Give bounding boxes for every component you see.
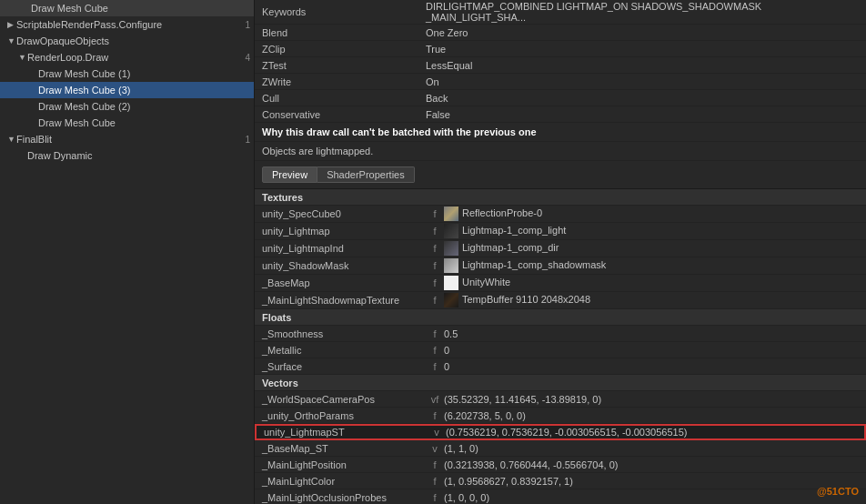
texture-row-unity-speccube0: unity_SpecCube0fReflectionProbe-0 (255, 206, 866, 223)
prop-key: _MainLightOcclusionProbes (262, 492, 426, 503)
tree-item-label: FinalBlit (16, 134, 241, 145)
prop-value: (6.202738, 5, 0, 0) (444, 410, 859, 421)
tree-item-draw-opaque-objects[interactable]: ▼DrawOpaqueObjects (0, 33, 254, 49)
prop-type: vf (426, 394, 444, 405)
prop-row-keywords: KeywordsDIRLIGHTMAP_COMBINED LIGHTMAP_ON… (255, 0, 866, 25)
prop-key: unity_LightmapST (264, 427, 428, 438)
section-floats: Floats (255, 309, 866, 326)
prop-type: f (426, 295, 444, 306)
warning-text: Why this draw call can't be batched with… (262, 126, 537, 137)
prop-type: f (426, 492, 444, 503)
texture-name: Lightmap-1_comp_light (462, 225, 566, 236)
prop-key: _MainLightShadowmapTexture (262, 295, 426, 306)
prop-value: (1, 0, 0, 0) (444, 492, 859, 503)
prop-value: 0.5 (444, 328, 859, 339)
vector-row--worldspacecamerapos: _WorldSpaceCameraPosvf(35.52329, 11.4164… (255, 391, 866, 408)
vector-row--mainlightocclusionprobes: _MainLightOcclusionProbesf(1, 0, 0, 0) (255, 489, 866, 504)
tree-item-draw-dynamic[interactable]: Draw Dynamic (0, 147, 254, 164)
prop-key: _Smoothness (262, 328, 426, 339)
prop-type: f (426, 361, 444, 372)
prop-value: (0.3213938, 0.7660444, -0.5566704, 0) (444, 459, 859, 470)
prop-key: _unity_OrthoParams (262, 410, 426, 421)
prop-key: _BaseMap_ST (262, 443, 426, 454)
tree-item-final-blit[interactable]: ▼FinalBlit1 (0, 131, 254, 147)
tree-arrow: ▼ (18, 53, 27, 62)
texture-name: Lightmap-1_comp_dir (462, 242, 559, 253)
prop-key: ZClip (262, 44, 426, 55)
prop-value: 0 (444, 361, 859, 372)
tree-item-count: 1 (245, 20, 250, 30)
prop-type: f (426, 345, 444, 356)
prop-row-conservative: ConservativeFalse (255, 106, 866, 123)
prop-row-ztest: ZTestLessEqual (255, 57, 866, 74)
tree-item-draw-mesh-cube-1[interactable]: Draw Mesh Cube (0, 0, 254, 16)
tree-item-render-loop-draw[interactable]: ▼RenderLoop.Draw4 (0, 49, 254, 66)
prop-type: f (426, 410, 444, 421)
prop-value: Lightmap-1_comp_light (444, 224, 859, 238)
texture-thumb (444, 258, 458, 273)
tree-item-draw-mesh-cube-2[interactable]: Draw Mesh Cube (2) (0, 98, 254, 115)
texture-row-unity-lightmap: unity_LightmapfLightmap-1_comp_light (255, 223, 866, 240)
vector-row--mainlightcolor: _MainLightColorf(1, 0.9568627, 0.8392157… (255, 473, 866, 489)
tab-shader-properties[interactable]: ShaderProperties (317, 166, 415, 183)
prop-value: True (426, 44, 859, 55)
prop-value: (35.52329, 11.41645, -13.89819, 0) (444, 394, 859, 405)
warning-subtext: Objects are lightmapped. (262, 146, 373, 156)
prop-key: ZTest (262, 60, 426, 71)
tree-item-label: Draw Mesh Cube (3) (38, 85, 250, 96)
prop-value: ReflectionProbe-0 (444, 207, 859, 221)
texture-row--basemap: _BaseMapfUnityWhite (255, 275, 866, 292)
prop-value: UnityWhite (444, 276, 859, 290)
prop-key: Keywords (262, 6, 426, 17)
tree-item-label: Draw Mesh Cube (31, 3, 250, 14)
tree-arrow: ▼ (7, 36, 16, 45)
texture-row--mainlightshadowmaptexture: _MainLightShadowmapTexturefTempBuffer 91… (255, 292, 866, 309)
section-vectors: Vectors (255, 375, 866, 391)
texture-row-unity-lightmapind: unity_LightmapIndfLightmap-1_comp_dir (255, 240, 866, 257)
vector-row--basemap-st: _BaseMap_STv(1, 1, 0) (255, 440, 866, 457)
vector-row--unity-orthoparams: _unity_OrthoParamsf(6.202738, 5, 0, 0) (255, 408, 866, 424)
prop-value: 0 (444, 345, 859, 356)
prop-value: LessEqual (426, 60, 859, 71)
prop-key: _MainLightPosition (262, 459, 426, 470)
prop-type: f (426, 328, 444, 339)
prop-type: f (426, 277, 444, 288)
prop-value: (1, 0.9568627, 0.8392157, 1) (444, 476, 859, 487)
texture-thumb (444, 207, 458, 221)
texture-thumb (444, 241, 458, 256)
tree-item-label: Draw Dynamic (27, 150, 250, 161)
prop-row-zclip: ZClipTrue (255, 41, 866, 57)
prop-key: unity_LightmapInd (262, 243, 426, 254)
tree-panel: Draw Mesh Cube▶ScriptableRenderPass.Conf… (0, 0, 255, 504)
texture-name: Lightmap-1_comp_shadowmask (462, 259, 606, 270)
section-textures: Textures (255, 189, 866, 206)
prop-value: Lightmap-1_comp_shadowmask (444, 258, 859, 273)
tree-item-scriptable-render-pass[interactable]: ▶ScriptableRenderPass.Configure1 (0, 16, 254, 33)
prop-type: f (426, 226, 444, 237)
warning-subtext-row: Objects are lightmapped. (255, 142, 866, 161)
tree-item-draw-mesh-cube-1a[interactable]: Draw Mesh Cube (1) (0, 66, 254, 82)
texture-name: UnityWhite (462, 277, 510, 287)
prop-key: Blend (262, 27, 426, 38)
tree-item-draw-mesh-cube-3[interactable]: Draw Mesh Cube (3) (0, 82, 254, 98)
prop-key: unity_Lightmap (262, 226, 426, 237)
warning-row: Why this draw call can't be batched with… (255, 123, 866, 142)
tab-preview[interactable]: Preview (262, 166, 317, 183)
prop-key: ZWrite (262, 76, 426, 87)
texture-thumb (444, 276, 458, 290)
tree-item-label: DrawOpaqueObjects (16, 35, 250, 46)
texture-row-unity-shadowmask: unity_ShadowMaskfLightmap-1_comp_shadowm… (255, 257, 866, 275)
section-vectors-label: Vectors (262, 378, 298, 388)
prop-key: _Metallic (262, 345, 426, 356)
tree-item-label: Draw Mesh Cube (2) (38, 101, 250, 112)
prop-value: (1, 1, 0) (444, 443, 859, 454)
float-row--smoothness: _Smoothnessf0.5 (255, 326, 866, 342)
prop-value: False (426, 109, 859, 120)
prop-row-blend: BlendOne Zero (255, 25, 866, 41)
tree-item-draw-mesh-cube-plain[interactable]: Draw Mesh Cube (0, 115, 254, 131)
section-floats-label: Floats (262, 312, 291, 323)
prop-value: (0.7536219, 0.7536219, -0.003056515, -0.… (446, 427, 857, 438)
texture-name: TempBuffer 9110 2048x2048 (462, 294, 590, 305)
float-row--metallic: _Metallicf0 (255, 342, 866, 358)
tree-item-count: 4 (245, 53, 250, 63)
